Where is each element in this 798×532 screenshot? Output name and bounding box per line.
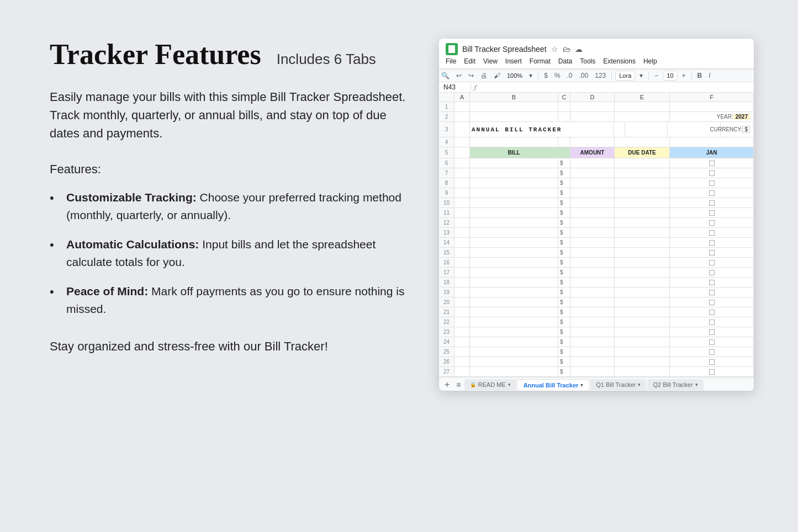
tab-q2-bill-tracker[interactable]: Q2 Bill Tracker ▾ bbox=[647, 379, 703, 390]
tab-dropdown-icon2[interactable]: ▾ bbox=[580, 382, 583, 388]
menu-view[interactable]: View bbox=[483, 57, 498, 65]
checkbox[interactable] bbox=[709, 180, 715, 186]
percent-btn[interactable]: % bbox=[552, 71, 563, 81]
intro-text: Easily manage your bills with this simpl… bbox=[50, 88, 406, 142]
tab-read-me[interactable]: 🔒 READ ME ▾ bbox=[464, 379, 516, 390]
checkbox[interactable] bbox=[709, 200, 715, 206]
cell-e2[interactable] bbox=[615, 112, 670, 121]
tab-dropdown-icon4[interactable]: ▾ bbox=[695, 382, 698, 387]
menu-insert[interactable]: Insert bbox=[505, 57, 522, 65]
tab-dropdown-icon[interactable]: ▾ bbox=[508, 382, 511, 387]
checkbox[interactable] bbox=[709, 329, 715, 335]
menu-format[interactable]: Format bbox=[530, 57, 551, 65]
cell-d3[interactable] bbox=[625, 122, 668, 137]
star-icon[interactable]: ☆ bbox=[551, 45, 558, 54]
decimal-btn2[interactable]: .00 bbox=[577, 71, 591, 81]
menu-extensions[interactable]: Extensions bbox=[603, 57, 636, 65]
cell-reference[interactable]: N43 bbox=[443, 83, 471, 91]
col-jan-header: JAN bbox=[670, 147, 754, 158]
checkbox[interactable] bbox=[709, 230, 715, 236]
cell-c3[interactable] bbox=[614, 122, 625, 137]
cell-e4[interactable] bbox=[615, 137, 670, 147]
decimal-btn[interactable]: .0 bbox=[565, 71, 575, 81]
menu-help[interactable]: Help bbox=[643, 57, 657, 65]
checkbox[interactable] bbox=[709, 320, 715, 325]
checkbox[interactable] bbox=[709, 290, 715, 295]
cell-c2[interactable] bbox=[558, 112, 570, 121]
menu-data[interactable]: Data bbox=[558, 57, 572, 65]
cell-f4[interactable] bbox=[670, 137, 754, 147]
menu-edit[interactable]: Edit bbox=[464, 57, 475, 65]
list-item: Customizable Tracking: Choose your prefe… bbox=[50, 189, 406, 224]
cell-b4[interactable] bbox=[470, 137, 558, 147]
checkbox[interactable] bbox=[709, 270, 715, 275]
zoom-level[interactable]: 100% bbox=[505, 71, 525, 80]
cell-a3[interactable] bbox=[455, 122, 470, 137]
feature-bold-3: Peace of Mind: bbox=[66, 285, 148, 297]
undo-btn[interactable]: ↩ bbox=[454, 71, 464, 81]
add-sheet-button[interactable]: + bbox=[441, 379, 453, 391]
checkbox[interactable] bbox=[709, 359, 715, 365]
row-num-13: 13 bbox=[439, 228, 455, 237]
table-row: 4 bbox=[439, 137, 754, 147]
cell-a5[interactable] bbox=[455, 147, 470, 158]
tab-dropdown-icon3[interactable]: ▾ bbox=[638, 382, 641, 387]
checkbox[interactable] bbox=[709, 310, 715, 315]
checkbox[interactable] bbox=[709, 300, 715, 305]
bold-btn[interactable]: B bbox=[695, 71, 705, 81]
checkbox[interactable] bbox=[709, 369, 715, 375]
cell-b1[interactable] bbox=[470, 102, 558, 111]
cell-b3[interactable]: ANNUAL BILL TRACKER bbox=[470, 122, 614, 137]
font-selector[interactable]: Lora bbox=[615, 71, 635, 81]
checkbox[interactable] bbox=[709, 220, 715, 226]
cell-d1[interactable] bbox=[570, 102, 615, 111]
cell-b2[interactable] bbox=[470, 112, 558, 121]
col-header-c: C bbox=[558, 93, 570, 102]
cell-d2[interactable] bbox=[570, 112, 615, 121]
checkbox[interactable] bbox=[709, 260, 715, 265]
italic-btn[interactable]: I bbox=[706, 71, 712, 81]
format-123-btn[interactable]: 123 bbox=[593, 71, 608, 81]
cell-a1[interactable] bbox=[455, 102, 470, 111]
minus-btn[interactable]: − bbox=[652, 71, 660, 81]
folder-icon[interactable]: 🗁 bbox=[563, 45, 570, 54]
cell-f3[interactable]: CURRENCY: $ bbox=[721, 122, 754, 137]
spreadsheet-preview: Bill Tracker Spreadsheet ☆ 🗁 ☁ File Edit… bbox=[439, 39, 754, 391]
redo-btn[interactable]: ↪ bbox=[466, 71, 476, 81]
cloud-icon[interactable]: ☁ bbox=[575, 45, 583, 54]
checkbox[interactable] bbox=[709, 161, 715, 166]
cell-c4[interactable] bbox=[558, 137, 570, 147]
menu-file[interactable]: File bbox=[446, 57, 456, 65]
cell-e1[interactable] bbox=[615, 102, 670, 111]
sheets-topbar: Bill Tracker Spreadsheet ☆ 🗁 ☁ File Edit… bbox=[439, 39, 754, 69]
zoom-dropdown[interactable]: ▾ bbox=[527, 71, 535, 81]
menu-tools[interactable]: Tools bbox=[580, 57, 595, 65]
checkbox[interactable] bbox=[709, 171, 715, 176]
cell-f1[interactable] bbox=[670, 102, 754, 111]
dollar-btn[interactable]: $ bbox=[542, 71, 550, 81]
checkbox[interactable] bbox=[709, 339, 715, 345]
tab-q1-bill-tracker[interactable]: Q1 Bill Tracker ▾ bbox=[590, 379, 646, 390]
checkbox[interactable] bbox=[709, 210, 715, 216]
checkbox[interactable] bbox=[709, 250, 715, 256]
checkbox[interactable] bbox=[709, 280, 715, 285]
font-size[interactable]: 10 bbox=[663, 71, 677, 81]
font-dropdown[interactable]: ▾ bbox=[637, 71, 645, 81]
table-row: 9 $ bbox=[439, 188, 754, 198]
checkbox[interactable] bbox=[709, 190, 715, 196]
tab-annual-bill-tracker[interactable]: Annual Bill Tracker ▾ bbox=[517, 379, 590, 391]
sheets-title-row: Bill Tracker Spreadsheet ☆ 🗁 ☁ bbox=[446, 43, 747, 55]
checkbox[interactable] bbox=[709, 240, 715, 246]
cell-d4[interactable] bbox=[570, 137, 615, 147]
plus-btn[interactable]: + bbox=[680, 71, 688, 81]
cell-a2[interactable] bbox=[455, 112, 470, 121]
cell-c1[interactable] bbox=[558, 102, 570, 111]
checkbox[interactable] bbox=[709, 349, 715, 355]
print-btn[interactable]: 🖨 bbox=[478, 71, 489, 81]
search-toolbar-btn[interactable]: 🔍 bbox=[439, 71, 452, 81]
cell-a4[interactable] bbox=[455, 137, 470, 147]
sheets-menu-button[interactable]: ≡ bbox=[454, 379, 463, 390]
table-row: 21 $ bbox=[439, 307, 754, 317]
cell-f2[interactable]: YEAR: 2027 bbox=[670, 112, 754, 121]
paint-btn[interactable]: 🖌 bbox=[492, 71, 503, 81]
